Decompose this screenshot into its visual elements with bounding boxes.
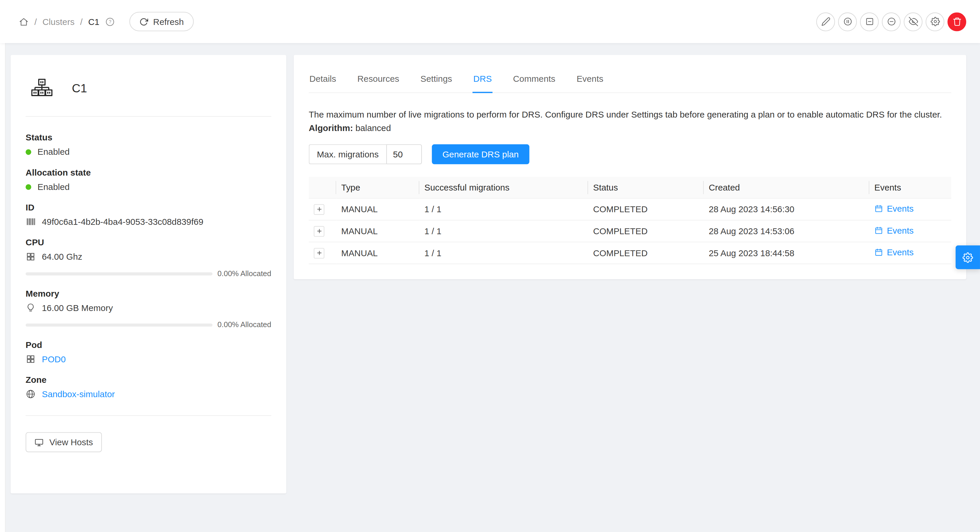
migrations-column-header: Successful migrations	[420, 177, 588, 199]
view-hosts-label: View Hosts	[49, 437, 93, 447]
generate-drs-plan-button[interactable]: Generate DRS plan	[432, 145, 530, 164]
drs-algorithm: Algorithm: balanced	[309, 122, 951, 135]
drs-form: Max. migrations Generate DRS plan	[309, 145, 951, 164]
expand-row-button[interactable]	[314, 204, 325, 214]
row-events-label: Events	[887, 226, 913, 236]
expand-row-button[interactable]	[314, 248, 325, 259]
pod-label: Pod	[25, 340, 271, 350]
cell-status: COMPLETED	[588, 199, 704, 221]
tab-events[interactable]: Events	[576, 66, 604, 92]
plus-icon	[316, 228, 322, 235]
status-dot	[25, 149, 31, 154]
globe-icon	[25, 389, 35, 399]
settings-drawer-toggle[interactable]	[956, 245, 980, 269]
type-column-header: Type	[336, 177, 419, 199]
header-actions	[816, 12, 966, 31]
collapsed-sidebar-rail	[0, 0, 6, 532]
breadcrumb-separator: /	[34, 16, 37, 26]
pod-link[interactable]: POD0	[42, 354, 66, 364]
max-migrations-group: Max. migrations	[309, 145, 422, 164]
status-label: Status	[25, 132, 271, 143]
memory-progress-track	[25, 323, 212, 327]
drs-plans-table: Type Successful migrations Status Create…	[309, 177, 951, 264]
created-column-header: Created	[704, 177, 869, 199]
eye-slash-icon	[908, 17, 918, 26]
zone-link[interactable]: Sandbox-simulator	[42, 389, 115, 399]
refresh-button[interactable]: Refresh	[129, 12, 194, 31]
memory-label: Memory	[25, 288, 271, 299]
cell-created: 28 Aug 2023 14:56:30	[704, 199, 869, 221]
allocation-state-field: Allocation state Enabled	[25, 167, 271, 192]
content-area: C1 Status Enabled Allocation state Enabl…	[6, 43, 980, 503]
drs-algorithm-value: balanced	[355, 123, 391, 133]
help-circle-icon[interactable]: ?	[105, 16, 115, 26]
delete-cluster-button[interactable]	[947, 12, 966, 31]
expand-row-button[interactable]	[314, 226, 325, 237]
home-icon[interactable]	[19, 16, 29, 26]
row-events-label: Events	[887, 204, 913, 214]
cpu-label: CPU	[25, 237, 271, 248]
table-row: MANUAL 1 / 1 COMPLETED 25 Aug 2023 18:44…	[309, 242, 951, 264]
cell-migrations: 1 / 1	[420, 221, 588, 242]
topbar: / Clusters / C1 ? Refresh	[0, 0, 980, 43]
minus-circle-icon	[886, 17, 896, 26]
memory-field: Memory 16.00 GB Memory 0.00% Allocated	[25, 288, 271, 329]
breadcrumb-separator: /	[80, 16, 83, 26]
zone-field: Zone Sandbox-simulator	[25, 375, 271, 399]
view-hosts-button[interactable]: View Hosts	[25, 432, 102, 452]
plus-icon	[316, 206, 322, 213]
tab-drs[interactable]: DRS	[473, 66, 492, 93]
reload-icon	[139, 17, 148, 26]
row-events-link[interactable]: Events	[874, 226, 914, 236]
unmanage-cluster-button[interactable]	[860, 12, 879, 31]
cluster-detail-card: Details Resources Settings DRS Comments …	[294, 55, 966, 279]
bulb-icon	[25, 303, 35, 313]
oobm-toggle-button[interactable]	[904, 12, 923, 31]
pause-circle-icon	[843, 17, 852, 26]
drs-description: The maximum number of live migrations to…	[309, 108, 951, 122]
cell-type: MANUAL	[336, 242, 419, 264]
disable-allocation-button[interactable]	[882, 12, 900, 31]
id-field: ID 49f0c6a1-4b2b-4ba4-9053-33c08d839f69	[25, 202, 271, 227]
allocation-state-value: Enabled	[38, 182, 70, 192]
cell-type: MANUAL	[336, 221, 419, 242]
calendar-icon	[874, 248, 883, 257]
pencil-icon	[821, 17, 830, 26]
barcode-icon	[25, 217, 35, 227]
disable-cluster-button[interactable]	[838, 12, 857, 31]
zone-label: Zone	[25, 375, 271, 384]
tab-details[interactable]: Details	[309, 66, 337, 92]
breadcrumb: / Clusters / C1 ? Refresh	[19, 12, 194, 31]
app-root: / Clusters / C1 ? Refresh	[0, 0, 980, 532]
svg-text:?: ?	[109, 19, 111, 24]
refresh-label: Refresh	[153, 16, 184, 26]
cell-type: MANUAL	[336, 199, 419, 221]
edit-cluster-button[interactable]	[816, 12, 835, 31]
cell-status: COMPLETED	[588, 242, 704, 264]
breadcrumb-clusters[interactable]: Clusters	[43, 16, 75, 26]
tab-settings[interactable]: Settings	[420, 66, 453, 92]
cell-created: 25 Aug 2023 18:44:58	[704, 242, 869, 264]
status-value: Enabled	[38, 147, 70, 157]
tab-comments[interactable]: Comments	[512, 66, 556, 92]
gear-icon	[931, 17, 940, 26]
detail-tabs: Details Resources Settings DRS Comments …	[309, 55, 951, 93]
row-events-label: Events	[887, 248, 913, 258]
cell-created: 28 Aug 2023 14:53:06	[704, 221, 869, 242]
max-migrations-input[interactable]	[386, 145, 422, 164]
plus-icon	[316, 250, 322, 256]
divider	[25, 415, 271, 416]
cpu-allocated-label: 0.00% Allocated	[217, 269, 271, 278]
desktop-icon	[34, 438, 44, 447]
tab-resources[interactable]: Resources	[357, 66, 400, 92]
pod-grid-icon	[25, 354, 35, 364]
id-value: 49f0c6a1-4b2b-4ba4-9053-33c08d839f69	[42, 217, 204, 227]
max-migrations-label: Max. migrations	[309, 145, 386, 164]
row-events-link[interactable]: Events	[874, 248, 914, 258]
row-events-link[interactable]: Events	[874, 204, 914, 214]
calendar-icon	[874, 226, 883, 235]
cluster-info-card: C1 Status Enabled Allocation state Enabl…	[11, 55, 286, 494]
cpu-progress-track	[25, 272, 212, 275]
cluster-icon	[30, 77, 53, 100]
configure-ha-button[interactable]	[926, 12, 945, 31]
